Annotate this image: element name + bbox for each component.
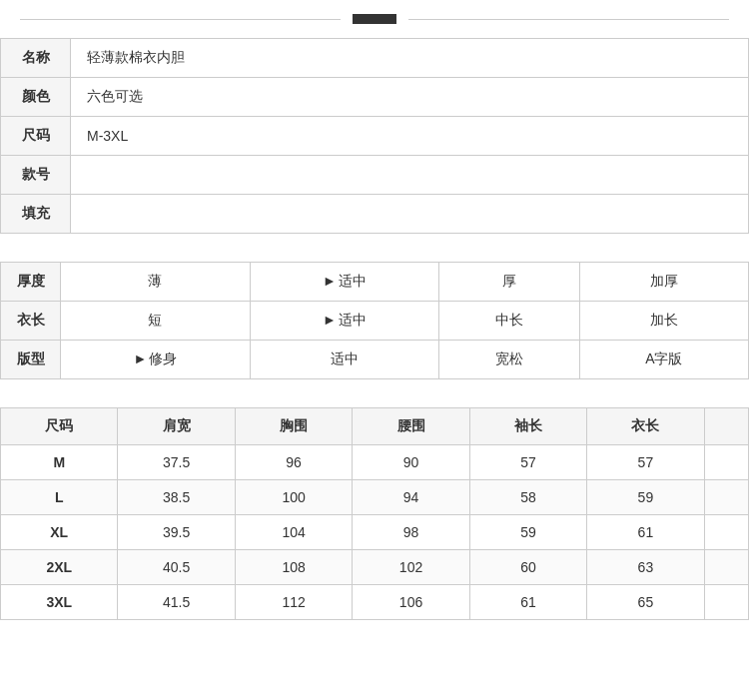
- size-data-cell: [704, 585, 748, 620]
- size-data-cell: M: [1, 445, 118, 480]
- attr-option: 适中: [250, 341, 439, 379]
- size-data-cell: 60: [469, 550, 586, 585]
- size-data-cell: 59: [587, 480, 704, 515]
- attr-option: 加厚: [579, 263, 748, 302]
- size-data-cell: XL: [1, 515, 118, 550]
- info-label: 填充: [1, 195, 71, 234]
- size-data-cell: [704, 445, 748, 480]
- attr-option: ►适中: [250, 263, 439, 302]
- info-value: [71, 195, 749, 234]
- size-data-cell: 112: [235, 585, 352, 620]
- size-header-cell: 尺码: [1, 408, 118, 445]
- size-data-cell: 38.5: [118, 480, 235, 515]
- size-data-cell: 41.5: [118, 585, 235, 620]
- size-data-cell: 57: [587, 445, 704, 480]
- size-data-cell: 98: [353, 515, 469, 550]
- size-data-cell: 40.5: [118, 550, 235, 585]
- size-data-cell: 39.5: [118, 515, 235, 550]
- size-data-cell: 100: [235, 480, 352, 515]
- attr-option: 加长: [579, 302, 748, 341]
- attr-label: 衣长: [1, 302, 61, 341]
- attr-row: 版型►修身适中宽松A字版: [1, 341, 749, 379]
- size-data-cell: 61: [587, 515, 704, 550]
- info-row: 填充: [1, 195, 749, 234]
- attr-label: 版型: [1, 341, 61, 379]
- size-header-row: 尺码肩宽胸围腰围袖长衣长: [1, 408, 749, 445]
- attr-table: 厚度薄►适中厚加厚衣长短►适中中长加长版型►修身适中宽松A字版: [0, 262, 749, 379]
- info-value: 六色可选: [71, 78, 749, 117]
- header-title: [353, 14, 396, 24]
- info-row: 尺码 M-3XL: [1, 117, 749, 156]
- size-data-cell: 104: [235, 515, 352, 550]
- size-data-cell: 96: [235, 445, 352, 480]
- info-label: 名称: [1, 39, 71, 78]
- info-value: 轻薄款棉衣内胆: [71, 39, 749, 78]
- size-header-cell: 腰围: [353, 408, 469, 445]
- header-line-right: [408, 19, 729, 20]
- info-value: [71, 156, 749, 195]
- info-label: 颜色: [1, 78, 71, 117]
- size-header-cell: 胸围: [235, 408, 352, 445]
- size-data-row: M37.596905757: [1, 445, 749, 480]
- size-section: 尺码肩宽胸围腰围袖长衣长 M37.596905757L38.5100945859…: [0, 407, 749, 620]
- attr-option: ►适中: [250, 302, 439, 341]
- size-data-cell: 2XL: [1, 550, 118, 585]
- info-value: M-3XL: [71, 117, 749, 156]
- size-header-cell: 衣长: [587, 408, 704, 445]
- size-header-cell: 肩宽: [118, 408, 235, 445]
- attr-option: 短: [61, 302, 251, 341]
- size-data-cell: [704, 480, 748, 515]
- size-table: 尺码肩宽胸围腰围袖长衣长 M37.596905757L38.5100945859…: [0, 407, 749, 620]
- info-row: 名称 轻薄款棉衣内胆: [1, 39, 749, 78]
- info-label: 尺码: [1, 117, 71, 156]
- size-data-row: XL39.5104985961: [1, 515, 749, 550]
- info-table: 名称 轻薄款棉衣内胆 颜色 六色可选 尺码 M-3XL 款号 填充: [0, 38, 749, 234]
- attr-option: 薄: [61, 263, 251, 302]
- size-data-row: 3XL41.51121066165: [1, 585, 749, 620]
- page-header: [0, 0, 749, 38]
- size-data-cell: 3XL: [1, 585, 118, 620]
- size-data-cell: 63: [587, 550, 704, 585]
- info-label: 款号: [1, 156, 71, 195]
- size-data-cell: 102: [353, 550, 469, 585]
- attr-row: 衣长短►适中中长加长: [1, 302, 749, 341]
- info-row: 款号: [1, 156, 749, 195]
- attr-option: A字版: [579, 341, 748, 379]
- attr-option: ►修身: [61, 341, 251, 379]
- size-data-cell: 37.5: [118, 445, 235, 480]
- size-data-cell: [704, 515, 748, 550]
- attr-row: 厚度薄►适中厚加厚: [1, 263, 749, 302]
- info-row: 颜色 六色可选: [1, 78, 749, 117]
- size-data-cell: 65: [587, 585, 704, 620]
- attr-label: 厚度: [1, 263, 61, 302]
- size-data-cell: 58: [469, 480, 586, 515]
- attr-option: 中长: [439, 302, 579, 341]
- size-data-cell: 106: [353, 585, 469, 620]
- size-data-row: L38.5100945859: [1, 480, 749, 515]
- size-data-cell: 94: [353, 480, 469, 515]
- header-line-left: [20, 19, 341, 20]
- size-data-cell: 90: [353, 445, 469, 480]
- size-data-cell: 61: [469, 585, 586, 620]
- size-data-cell: L: [1, 480, 118, 515]
- size-data-row: 2XL40.51081026063: [1, 550, 749, 585]
- attr-option: 厚: [439, 263, 579, 302]
- attr-option: 宽松: [439, 341, 579, 379]
- size-data-cell: 59: [469, 515, 586, 550]
- size-data-cell: 57: [469, 445, 586, 480]
- size-header-cell: 袖长: [469, 408, 586, 445]
- size-data-cell: [704, 550, 748, 585]
- size-data-cell: 108: [235, 550, 352, 585]
- size-header-cell: [704, 408, 748, 445]
